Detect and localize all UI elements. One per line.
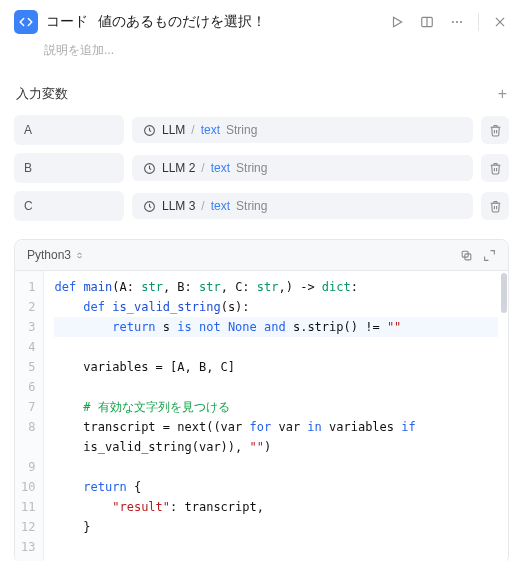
field-type: String xyxy=(226,123,257,137)
input-variable-row: ALLM/text String xyxy=(0,111,523,149)
variable-name-input[interactable]: A xyxy=(14,115,124,145)
code-line xyxy=(54,537,498,557)
description-input[interactable]: 説明を追加... xyxy=(0,42,523,73)
code-line xyxy=(54,377,498,397)
code-block-icon xyxy=(14,10,38,34)
source-icon xyxy=(142,161,156,175)
variable-value-selector[interactable]: LLM 3/text String xyxy=(132,193,473,219)
code-header: Python3 xyxy=(15,240,508,271)
code-line: "result": transcript, xyxy=(54,497,498,517)
code-block: Python3 12345678910111213 def main(A: st… xyxy=(14,239,509,561)
block-type-label: コード xyxy=(46,13,88,31)
field-name: text xyxy=(211,199,230,213)
slash: / xyxy=(201,161,204,175)
svg-marker-0 xyxy=(394,17,402,26)
field-type: String xyxy=(236,161,267,175)
code-content[interactable]: def main(A: str, B: str, C: str,) -> dic… xyxy=(44,271,508,561)
code-editor[interactable]: 12345678910111213 def main(A: str, B: st… xyxy=(15,271,508,561)
input-variables-list: ALLM/text StringBLLM 2/text StringCLLM 3… xyxy=(0,111,523,225)
svg-point-5 xyxy=(460,21,462,23)
input-variable-row: BLLM 2/text String xyxy=(0,149,523,187)
source-name: LLM 3 xyxy=(162,199,195,213)
source-name: LLM xyxy=(162,123,185,137)
delete-variable-button[interactable] xyxy=(481,154,509,182)
code-line: variables = [A, B, C] xyxy=(54,357,498,377)
delete-variable-button[interactable] xyxy=(481,192,509,220)
title-row: コード 値のあるものだけを選択！ xyxy=(46,13,380,31)
copy-button[interactable] xyxy=(460,249,473,262)
line-gutter: 12345678910111213 xyxy=(15,271,44,561)
code-line: def is_valid_string(s): xyxy=(54,297,498,317)
delete-variable-button[interactable] xyxy=(481,116,509,144)
input-variable-row: CLLM 3/text String xyxy=(0,187,523,225)
svg-point-3 xyxy=(452,21,454,23)
close-button[interactable] xyxy=(491,13,509,31)
code-line: transcript = next((var for var in variab… xyxy=(54,417,498,437)
expand-button[interactable] xyxy=(483,249,496,262)
variable-name-input[interactable]: C xyxy=(14,191,124,221)
panel-view-button[interactable] xyxy=(418,13,436,31)
editor-scrollbar[interactable] xyxy=(500,271,508,561)
scroll-thumb[interactable] xyxy=(501,273,507,313)
run-button[interactable] xyxy=(388,13,406,31)
source-icon xyxy=(142,123,156,137)
field-type: String xyxy=(236,199,267,213)
code-line: def main(A: str, B: str, C: str,) -> dic… xyxy=(54,277,498,297)
source-icon xyxy=(142,199,156,213)
source-name: LLM 2 xyxy=(162,161,195,175)
svg-point-4 xyxy=(456,21,458,23)
code-line: return { xyxy=(54,477,498,497)
code-line: } xyxy=(54,517,498,537)
sort-icon xyxy=(75,251,84,260)
language-selector[interactable]: Python3 xyxy=(27,248,84,262)
block-title[interactable]: 値のあるものだけを選択！ xyxy=(98,13,266,31)
slash: / xyxy=(201,199,204,213)
code-actions xyxy=(460,249,496,262)
code-line xyxy=(54,337,498,357)
slash: / xyxy=(191,123,194,137)
inputs-section-header: 入力変数 + xyxy=(0,73,523,111)
variable-name-input[interactable]: B xyxy=(14,153,124,183)
separator xyxy=(478,13,479,31)
panel-header: コード 値のあるものだけを選択！ xyxy=(0,0,523,42)
code-line: # 有効な文字列を見つける xyxy=(54,397,498,417)
language-label: Python3 xyxy=(27,248,71,262)
inputs-section-label: 入力変数 xyxy=(16,85,68,103)
variable-value-selector[interactable]: LLM/text String xyxy=(132,117,473,143)
code-line: return s is not None and s.strip() != "" xyxy=(54,317,498,337)
field-name: text xyxy=(201,123,220,137)
more-button[interactable] xyxy=(448,13,466,31)
variable-value-selector[interactable]: LLM 2/text String xyxy=(132,155,473,181)
code-line xyxy=(54,457,498,477)
header-actions xyxy=(388,13,509,31)
add-input-button[interactable]: + xyxy=(498,86,507,102)
code-line: is_valid_string(var)), "") xyxy=(54,437,498,457)
field-name: text xyxy=(211,161,230,175)
